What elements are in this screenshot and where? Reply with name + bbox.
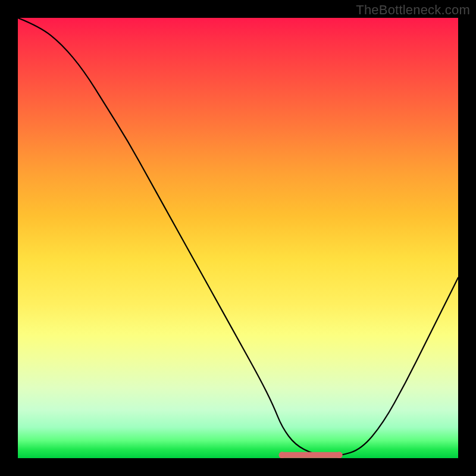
watermark-text: TheBottleneck.com: [356, 2, 470, 18]
bottleneck-curve-canvas: [18, 18, 458, 458]
chart-plot-area: [18, 18, 458, 458]
